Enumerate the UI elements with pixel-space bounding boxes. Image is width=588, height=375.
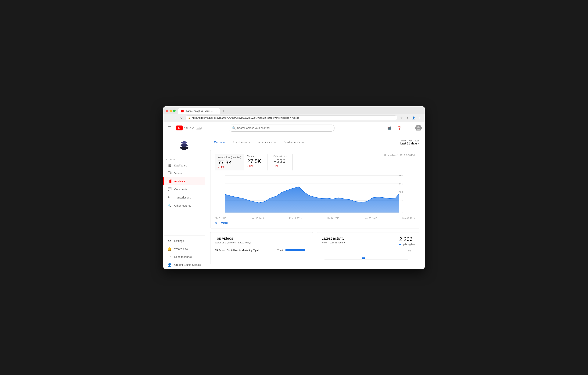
channel-section-label: Channel (163, 156, 205, 162)
date-range-period: Mar 5 – Apr 1, 2019 (401, 140, 420, 142)
bottom-cards: Top videos Watch time (minutes) · Last 2… (210, 232, 420, 264)
svg-text:1.3K: 1.3K (399, 199, 403, 201)
menu-button[interactable]: ⋮ (417, 115, 422, 120)
main-layout: Channel ⊞ Dashboard Videos (163, 134, 425, 269)
sidebar-item-creator-studio[interactable]: 👤 Creator Studio Classic (163, 261, 205, 269)
tab-close-button[interactable]: × (216, 110, 217, 113)
hamburger-button[interactable]: ☰ (166, 124, 173, 132)
sidebar-item-label: Comments (174, 188, 187, 191)
forward-button[interactable]: → (172, 115, 177, 120)
activity-header: Latest activity Views · Last 48 hours ▾ … (321, 236, 415, 247)
svg-point-1 (417, 126, 420, 128)
stat-watch-time[interactable]: Watch time (minutes) 77.3K ↓ 11% (215, 154, 244, 170)
layers-button[interactable]: ≡ (405, 115, 410, 120)
header-search: 🔍 (229, 125, 335, 132)
stats-card: Watch time (minutes) 77.3K ↓ 11% Views 2… (210, 150, 420, 229)
x-label: Mar 20, 2019 (327, 217, 339, 219)
user-avatar[interactable] (415, 125, 422, 131)
maximize-button[interactable] (173, 110, 176, 112)
sidebar-item-label: Analytics (174, 180, 185, 183)
sidebar-item-comments[interactable]: Comments (163, 185, 205, 194)
activity-count: 2,206 (399, 236, 415, 242)
header-right: 📹 ❓ ⊞ (386, 124, 422, 132)
channel-logo[interactable] (176, 139, 193, 154)
sidebar-item-analytics[interactable]: Analytics (163, 177, 205, 185)
sidebar-item-settings[interactable]: ⚙ Settings (163, 237, 205, 245)
sidebar: Channel ⊞ Dashboard Videos (163, 134, 205, 269)
video-views: 37.4K (277, 249, 283, 252)
video-bar (285, 249, 305, 251)
tab-interest-viewers[interactable]: Interest viewers (254, 139, 280, 146)
down-arrow-icon: ↓ (247, 165, 248, 167)
search-input[interactable] (237, 126, 332, 130)
svg-rect-10 (170, 179, 171, 183)
videos-icon (168, 171, 172, 175)
svg-rect-11 (171, 179, 171, 183)
video-title: 13 Proven Social Media Marketing Tips f.… (215, 249, 274, 252)
apps-button[interactable]: ⊞ (405, 124, 413, 132)
down-arrow-icon: ↓ (273, 165, 274, 167)
back-button[interactable]: ← (166, 115, 171, 120)
search-wrapper[interactable]: 🔍 (229, 125, 335, 132)
tab-reach-viewers[interactable]: Reach viewers (229, 139, 254, 146)
lock-icon: 🔒 (188, 117, 191, 119)
close-button[interactable] (166, 110, 168, 112)
tab-overview[interactable]: Overview (210, 139, 229, 146)
sidebar-item-other-features[interactable]: 🔍 Other features (163, 202, 205, 210)
browser-toolbar: ← → ↻ 🔒 https://studio.youtube.com/chann… (163, 114, 425, 122)
sidebar-item-transcriptions[interactable]: Aₓ Transcriptions (163, 194, 205, 202)
sidebar-item-label: Other features (174, 204, 191, 207)
window-controls (166, 110, 176, 114)
stat-label: Views (247, 155, 261, 157)
sidebar-item-label: Creator Studio Classic (174, 263, 201, 266)
sidebar-item-label: Transcriptions (174, 196, 191, 199)
youtube-logo-icon (176, 125, 183, 131)
app-header: ☰ Studio beta 🔍 📹 ❓ ⊞ (163, 122, 425, 134)
tab-build-audience[interactable]: Build an audience (280, 139, 309, 146)
stat-change: ↓ 11% (218, 166, 241, 168)
new-tab-button[interactable]: + (221, 109, 226, 114)
sidebar-item-videos[interactable]: Videos (163, 169, 205, 177)
sidebar-item-whats-new[interactable]: 🔔 What's new (163, 245, 205, 253)
x-label: Mar 25, 2019 (365, 217, 377, 219)
date-range-selector[interactable]: Mar 5 – Apr 1, 2019 Last 28 days ▾ (400, 140, 420, 145)
svg-text:Aₓ: Aₓ (168, 196, 170, 199)
stats-row: Watch time (minutes) 77.3K ↓ 11% Views 2… (215, 154, 415, 170)
browser-tabs: ▶ Channel Analytics - YouTube S × + (178, 108, 226, 114)
help-button[interactable]: ❓ (396, 124, 403, 132)
stat-value: 77.3K (218, 159, 241, 165)
profile-button[interactable]: 👤 (411, 115, 416, 120)
tab-title: Channel Analytics - YouTube S (185, 110, 215, 112)
svg-rect-9 (169, 180, 169, 183)
active-tab[interactable]: ▶ Channel Analytics - YouTube S × (178, 108, 220, 114)
reload-button[interactable]: ↻ (179, 115, 184, 120)
stat-subscribers[interactable]: Subscribers +336 ↓ 6% (273, 154, 293, 170)
sidebar-item-label: Videos (174, 172, 182, 175)
bookmark-button[interactable]: ☆ (399, 115, 404, 120)
video-bar-wrap (285, 249, 308, 251)
sidebar-item-dashboard[interactable]: ⊞ Dashboard (163, 162, 205, 169)
dropdown-arrow-icon: ▾ (418, 142, 420, 145)
svg-marker-7 (170, 172, 171, 174)
chart-svg: 5.0K 3.8K 2.5K 1.3K 0 (215, 174, 415, 215)
stat-label: Subscribers (273, 155, 287, 157)
minimize-button[interactable] (169, 110, 172, 112)
video-row: 13 Proven Social Media Marketing Tips f.… (215, 247, 308, 253)
address-bar[interactable]: 🔒 https://studio.youtube.com/channel/UCf… (185, 115, 398, 120)
stat-change: ↓ 10% (247, 165, 261, 167)
analytics-icon (168, 179, 172, 184)
svg-marker-5 (181, 141, 187, 144)
send-feedback-icon: ⚐ (168, 255, 172, 259)
channel-logo-area (163, 134, 205, 156)
see-more-button[interactable]: SEE MORE (215, 219, 229, 224)
svg-text:90: 90 (409, 250, 411, 252)
top-videos-card: Top videos Watch time (minutes) · Last 2… (210, 232, 313, 264)
sidebar-item-label: What's new (174, 247, 188, 250)
x-label: Mar 15, 2019 (289, 217, 302, 219)
create-video-button[interactable]: 📹 (386, 124, 393, 132)
stat-views[interactable]: Views 27.5K ↓ 10% (247, 154, 267, 170)
svg-text:3.8K: 3.8K (399, 183, 403, 185)
top-videos-title: Top videos (215, 236, 308, 241)
sidebar-nav: ⊞ Dashboard Videos Analytics (163, 162, 205, 234)
sidebar-item-send-feedback[interactable]: ⚐ Send feedback (163, 253, 205, 261)
